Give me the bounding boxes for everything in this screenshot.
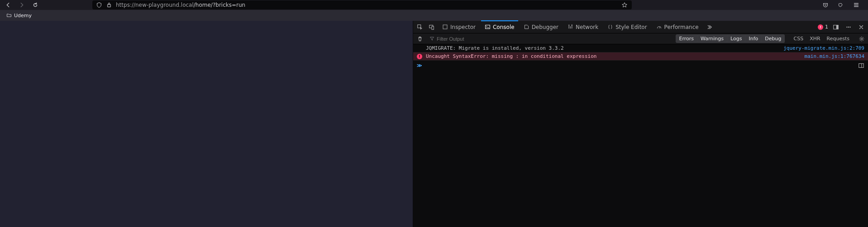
extensions-icon[interactable]: [837, 1, 844, 9]
browser-toolbar: https://new-playground.local/home/?brick…: [0, 0, 868, 10]
tab-network[interactable]: Network: [564, 21, 602, 33]
tab-label: Debugger: [532, 24, 558, 30]
tab-console[interactable]: Console: [481, 21, 518, 33]
toggle-info[interactable]: Info: [745, 34, 762, 43]
pocket-icon[interactable]: [822, 1, 829, 9]
svg-rect-4: [443, 25, 447, 29]
svg-point-11: [861, 38, 863, 40]
toggle-xhr[interactable]: XHR: [806, 35, 823, 43]
performance-icon: [656, 24, 662, 30]
tab-label: Console: [493, 24, 515, 30]
shield-icon: [96, 2, 102, 8]
url-host: https://new-playground.local: [116, 2, 194, 8]
bookmark-udemy[interactable]: Udemy: [5, 12, 33, 19]
console-icon: [485, 24, 491, 30]
toggle-warnings[interactable]: Warnings: [697, 34, 727, 43]
filter-icon: [429, 36, 434, 41]
page-viewport[interactable]: [0, 21, 413, 227]
filter-input[interactable]: [437, 36, 554, 42]
message-text: Uncaught SyntaxError: missing : in condi…: [426, 53, 801, 59]
tab-inspector[interactable]: Inspector: [439, 21, 479, 33]
folder-icon: [6, 13, 12, 18]
toggle-debug[interactable]: Debug: [762, 34, 785, 43]
tab-label: Network: [576, 24, 598, 30]
error-count: 1: [825, 24, 828, 30]
tab-style-editor[interactable]: Style Editor: [604, 21, 650, 33]
svg-rect-3: [432, 26, 434, 29]
console-message-log[interactable]: JQMIGRATE: Migrate is installed, version…: [413, 44, 868, 52]
inspector-icon: [442, 24, 448, 30]
devtools-panel: Inspector Console Debugger Network Style…: [413, 21, 868, 227]
toggle-css[interactable]: CSS: [790, 35, 806, 43]
svg-rect-5: [486, 25, 490, 28]
console-level-toggles: Errors Warnings Logs Info Debug: [676, 34, 785, 43]
error-dot-icon: [818, 24, 823, 30]
svg-point-8: [846, 26, 847, 27]
prompt-chevron-icon: >>: [417, 62, 420, 69]
message-source[interactable]: jquery-migrate.min.js:2:709: [783, 45, 864, 51]
tab-debugger[interactable]: Debugger: [520, 21, 562, 33]
clear-console-icon[interactable]: [415, 34, 425, 44]
dock-side-icon[interactable]: [831, 22, 841, 32]
more-menu-icon[interactable]: [844, 22, 854, 32]
network-icon: [568, 24, 573, 30]
tab-label: Performance: [664, 24, 699, 30]
pick-element-icon[interactable]: [415, 22, 425, 32]
forward-button[interactable]: [18, 1, 25, 9]
toolbar-right-icons: [822, 1, 863, 9]
reload-button[interactable]: [32, 1, 39, 9]
url-path: /home/?bricks=run: [194, 2, 245, 8]
close-devtools-icon[interactable]: [856, 22, 866, 32]
url-text: https://new-playground.local/home/?brick…: [116, 2, 245, 8]
svg-point-10: [849, 26, 850, 27]
style-editor-icon: [607, 24, 613, 30]
message-text: JQMIGRATE: Migrate is installed, version…: [426, 45, 780, 51]
bookmark-label: Udemy: [14, 13, 32, 19]
responsive-mode-icon[interactable]: [427, 22, 437, 32]
bookmark-star-icon[interactable]: [621, 1, 628, 9]
debugger-icon: [524, 24, 529, 30]
svg-rect-7: [836, 25, 838, 29]
console-toolbar: Errors Warnings Logs Info Debug CSS XHR …: [413, 33, 868, 44]
svg-point-9: [848, 26, 849, 27]
hamburger-menu-icon[interactable]: [853, 1, 860, 9]
console-input-row[interactable]: >>: [413, 61, 868, 71]
bookmarks-bar: Udemy: [0, 10, 868, 21]
tab-performance[interactable]: Performance: [653, 21, 702, 33]
tab-label: Inspector: [450, 24, 476, 30]
devtools-tabs: Inspector Console Debugger Network Style…: [413, 21, 868, 33]
tab-label: Style Editor: [615, 24, 647, 30]
console-settings-icon[interactable]: [857, 34, 866, 43]
toggle-requests[interactable]: Requests: [824, 35, 853, 43]
error-count-badge[interactable]: 1: [818, 24, 828, 30]
toggle-errors[interactable]: Errors: [676, 34, 698, 43]
tabs-overflow-icon[interactable]: [704, 22, 714, 32]
back-button[interactable]: [5, 1, 12, 9]
filter-output-field[interactable]: [427, 34, 557, 43]
toggle-logs[interactable]: Logs: [727, 34, 745, 43]
svg-rect-13: [859, 64, 864, 68]
message-source[interactable]: main.min.js:1:767634: [805, 53, 864, 59]
error-icon: [417, 54, 422, 59]
console-source-toggles: CSS XHR Requests: [790, 35, 853, 43]
split-console-icon[interactable]: [858, 62, 864, 69]
lock-icon: [106, 2, 112, 8]
console-message-error[interactable]: Uncaught SyntaxError: missing : in condi…: [413, 52, 868, 61]
address-bar[interactable]: https://new-playground.local/home/?brick…: [92, 0, 632, 9]
svg-rect-0: [108, 5, 111, 7]
console-messages[interactable]: JQMIGRATE: Migrate is installed, version…: [413, 44, 868, 227]
